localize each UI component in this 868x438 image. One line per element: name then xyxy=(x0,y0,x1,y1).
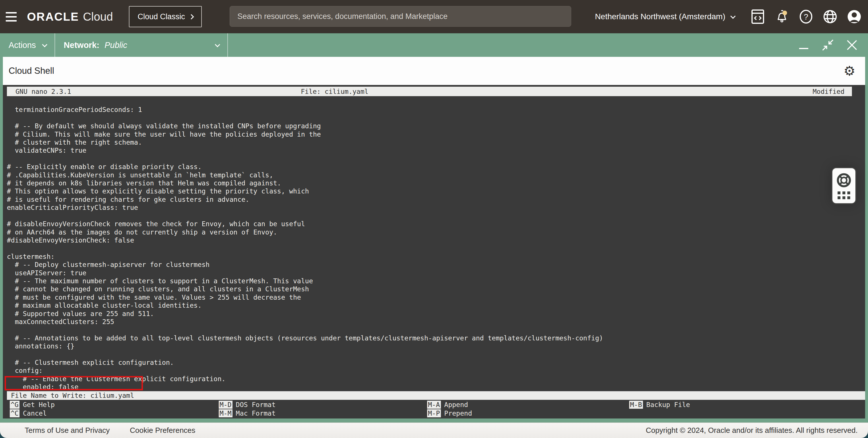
panel-title: Cloud Shell xyxy=(9,66,54,76)
top-navigation-bar: ORACLE Cloud Cloud Classic Netherlands N… xyxy=(0,0,868,33)
profile-avatar[interactable] xyxy=(842,0,866,33)
shortcut-backup-file: M-BBackup File xyxy=(629,401,690,409)
network-value: Public xyxy=(104,40,127,50)
restore-button[interactable] xyxy=(816,33,840,57)
chevron-down-icon xyxy=(42,42,48,47)
hamburger-menu-icon[interactable] xyxy=(0,0,22,33)
oracle-cloud-logo[interactable]: ORACLE Cloud xyxy=(27,10,113,23)
chevron-down-icon xyxy=(730,13,735,19)
nano-file-content: terminationGracePeriodSeconds: 1 # -- By… xyxy=(7,98,861,399)
cloud-shell-panel: Cloud Shell ⚙ GNU nano 2.3.1 File: ciliu… xyxy=(0,57,868,423)
minimize-button[interactable] xyxy=(792,33,816,57)
nano-modified-flag: Modified xyxy=(813,88,844,95)
nano-shortcut-row: ^GGet Help M-DDOS Format M-AAppend M-BBa… xyxy=(3,401,865,409)
lifebuoy-help-icon xyxy=(836,173,851,188)
cloud-classic-button[interactable]: Cloud Classic xyxy=(129,6,202,27)
nano-filename: File: cilium.yaml xyxy=(301,88,368,95)
notifications-bell-icon[interactable] xyxy=(770,0,794,33)
close-button[interactable] xyxy=(840,33,864,57)
terms-link[interactable]: Terms of Use and Privacy xyxy=(25,426,110,435)
shortcut-mac-format: M-MMac Format xyxy=(219,409,276,417)
console-footer: Terms of Use and Privacy Cookie Preferen… xyxy=(0,423,868,438)
svg-text:?: ? xyxy=(804,12,808,21)
shortcut-prepend: M-PPrepend xyxy=(427,409,472,417)
nano-shortcut-row: ^CCancel M-MMac Format M-PPrepend xyxy=(3,409,865,418)
shortcut-append: M-AAppend xyxy=(427,401,468,409)
logo-oracle-text: ORACLE xyxy=(27,10,79,23)
region-selector[interactable]: Netherlands Northwest (Amsterdam) xyxy=(595,12,734,21)
chevron-right-icon xyxy=(189,14,194,19)
copyright-text: Copyright © 2024, Oracle and/or its affi… xyxy=(646,426,858,435)
search-input[interactable] xyxy=(229,6,571,27)
shortcut-cancel: ^CCancel xyxy=(10,409,47,417)
network-label-group: Network: Public xyxy=(64,40,127,50)
oracle-cloud-console: ORACLE Cloud Cloud Classic Netherlands N… xyxy=(0,0,868,438)
logo-cloud-text: Cloud xyxy=(83,10,113,23)
cookie-preferences-link[interactable]: Cookie Preferences xyxy=(130,426,195,435)
divider xyxy=(227,33,228,57)
nano-status-bar[interactable]: File Name to Write: cilium.yaml xyxy=(7,391,865,400)
apps-grid-icon xyxy=(838,191,850,199)
help-launcher-widget[interactable] xyxy=(832,167,856,204)
actions-dropdown[interactable]: Actions xyxy=(0,33,55,57)
shortcut-dos-format: M-DDOS Format xyxy=(219,401,276,409)
help-icon[interactable]: ? xyxy=(794,0,818,33)
nano-status-text: File Name to Write: cilium.yaml xyxy=(11,392,134,399)
cloud-shell-header: Cloud Shell ⚙ xyxy=(3,57,865,85)
language-globe-icon[interactable] xyxy=(818,0,842,33)
nano-version: GNU nano 2.3.1 xyxy=(16,88,71,95)
settings-gear-icon[interactable]: ⚙ xyxy=(844,64,856,77)
cloud-shell-action-bar: Actions Network: Public xyxy=(0,33,868,57)
shortcut-get-help: ^GGet Help xyxy=(10,401,55,409)
terminal[interactable]: GNU nano 2.3.1 File: cilium.yaml Modifie… xyxy=(3,85,865,418)
notification-badge xyxy=(782,11,787,15)
region-label: Netherlands Northwest (Amsterdam) xyxy=(595,12,725,21)
footer-zone: Terms of Use and Privacy Cookie Preferen… xyxy=(0,423,868,438)
network-dropdown[interactable]: Network: Public xyxy=(55,33,227,57)
cloud-classic-label: Cloud Classic xyxy=(137,12,185,21)
actions-label: Actions xyxy=(9,40,36,50)
cloud-shell-icon[interactable] xyxy=(746,0,770,33)
nano-title-bar: GNU nano 2.3.1 File: cilium.yaml Modifie… xyxy=(7,87,852,96)
chevron-down-icon xyxy=(215,42,220,47)
network-label: Network: xyxy=(64,40,99,50)
